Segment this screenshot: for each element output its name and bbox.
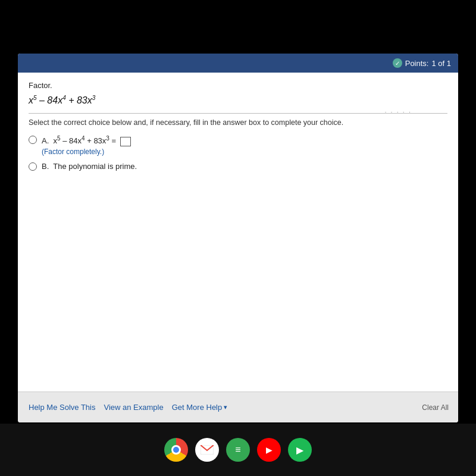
choice-a-text: A. x5 – 84x4 + 83x3 =	[42, 135, 131, 146]
question-label: Factor.	[29, 81, 447, 90]
radio-a[interactable]	[29, 136, 37, 144]
chrome-icon[interactable]	[164, 438, 188, 462]
divider-dots: · · · · ·	[384, 108, 412, 115]
view-example-button[interactable]: View an Example	[104, 399, 171, 415]
points-value: 1 of 1	[431, 59, 451, 68]
get-more-help-label: Get More Help	[172, 403, 223, 412]
content-area: Factor. x5 – 84x4 + 83x3 · · · · · Selec…	[18, 73, 458, 392]
points-label: Points:	[405, 59, 429, 68]
get-more-help-button[interactable]: Get More Help ▾	[172, 399, 228, 415]
check-icon: ✓	[393, 58, 402, 68]
factor-hint: (Factor completely.)	[42, 148, 131, 156]
main-screen: ✓ Points: 1 of 1 Factor. x5 – 84x4 + 83x…	[18, 54, 458, 422]
radio-b[interactable]	[29, 162, 37, 171]
bottom-toolbar: Help Me Solve This View an Example Get M…	[18, 392, 458, 422]
instruction-text: Select the correct choice below and, if …	[29, 118, 447, 127]
choice-b-text: B. The polynomial is prime.	[42, 162, 137, 171]
dropdown-arrow-icon: ▾	[224, 403, 227, 411]
clear-all-button[interactable]: Clear All	[422, 403, 449, 412]
youtube-icon[interactable]: ▶	[257, 438, 281, 462]
choice-b-content: B. The polynomial is prime.	[42, 162, 137, 171]
divider-row: · · · · ·	[29, 113, 447, 114]
answer-input-box[interactable]	[120, 137, 131, 146]
choice-a[interactable]: A. x5 – 84x4 + 83x3 = (Factor completely…	[29, 135, 447, 156]
choice-b[interactable]: B. The polynomial is prime.	[29, 162, 447, 171]
header-bar: ✓ Points: 1 of 1	[18, 54, 458, 73]
play-music-icon[interactable]: ▶	[288, 438, 312, 462]
gmail-icon[interactable]	[195, 438, 219, 462]
points-badge: ✓ Points: 1 of 1	[393, 58, 451, 68]
polynomial-expression: x5 – 84x4 + 83x3	[29, 95, 447, 106]
choice-a-content: A. x5 – 84x4 + 83x3 = (Factor completely…	[42, 135, 131, 156]
taskbar: ≡ ▶ ▶	[0, 424, 476, 476]
choices-container: A. x5 – 84x4 + 83x3 = (Factor completely…	[29, 135, 447, 171]
help-me-solve-button[interactable]: Help Me Solve This	[29, 399, 104, 415]
files-icon[interactable]: ≡	[226, 438, 250, 462]
